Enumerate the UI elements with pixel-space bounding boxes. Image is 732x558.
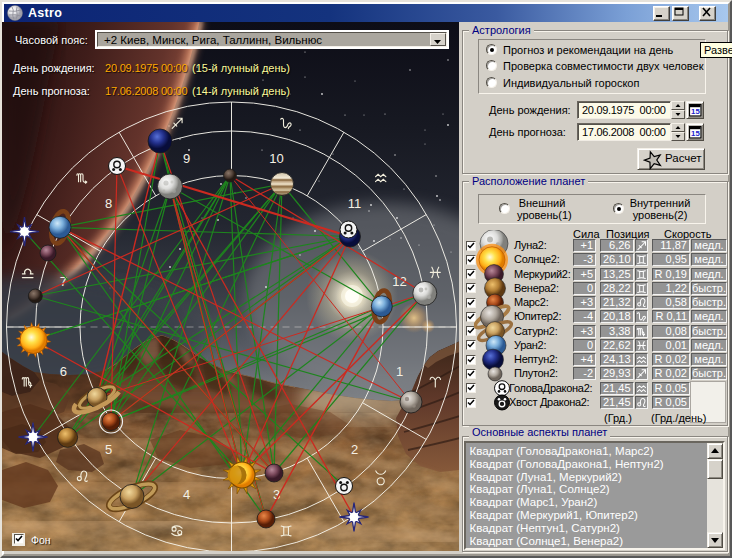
svg-text:2: 2 xyxy=(351,442,358,457)
svg-text:11: 11 xyxy=(348,196,362,211)
svg-text:8: 8 xyxy=(105,196,112,211)
svg-text:5: 5 xyxy=(105,442,112,457)
svg-text:4: 4 xyxy=(183,487,190,502)
svg-text:15: 15 xyxy=(691,129,700,138)
svg-text:10: 10 xyxy=(269,151,283,166)
svg-text:1: 1 xyxy=(396,364,403,379)
svg-text:9: 9 xyxy=(183,151,190,166)
svg-text:15: 15 xyxy=(691,107,700,116)
svg-text:6: 6 xyxy=(60,364,67,379)
